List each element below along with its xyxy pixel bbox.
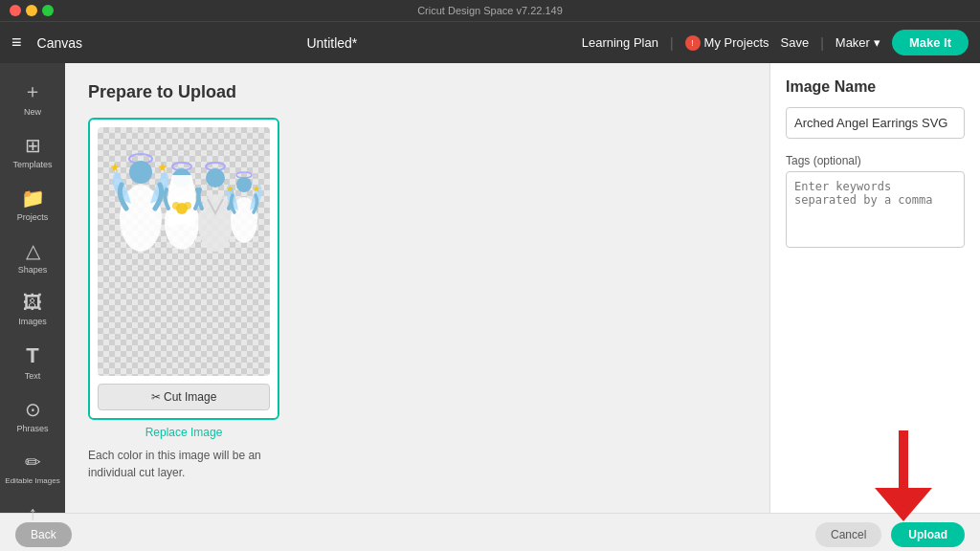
svg-point-15: [236, 177, 252, 192]
make-it-button[interactable]: Make It: [892, 30, 969, 55]
my-projects-button[interactable]: ! My Projects: [685, 35, 769, 51]
sidebar-label-phrases: Phrases: [16, 424, 48, 433]
sidebar-item-new[interactable]: ＋ New: [0, 71, 65, 124]
sidebar-item-images[interactable]: 🖼 Images: [0, 284, 65, 334]
sidebar-item-editable-images[interactable]: ✏ Editable Images: [0, 443, 65, 493]
image-name-input[interactable]: [786, 107, 965, 139]
sidebar-item-text[interactable]: T Text: [0, 336, 65, 388]
sidebar-label-text: Text: [25, 371, 41, 381]
document-title: Untitled*: [98, 35, 567, 51]
upload-preview-area: ✂ Cut Image Replace Image Each color in …: [88, 118, 746, 481]
maximize-button[interactable]: [42, 5, 54, 16]
svg-point-1: [129, 161, 152, 184]
sidebar-label-shapes: Shapes: [18, 265, 48, 275]
angels-svg: [102, 132, 265, 371]
projects-icon: 📁: [21, 187, 45, 209]
svg-point-13: [198, 194, 233, 252]
images-icon: 🖼: [23, 292, 42, 314]
sidebar: ＋ New ⊞ Templates 📁 Projects △ Shapes 🖼 …: [0, 63, 65, 513]
svg-point-10: [184, 202, 191, 209]
main-layout: ＋ New ⊞ Templates 📁 Projects △ Shapes 🖼 …: [0, 63, 980, 513]
image-preview-container: ✂ Cut Image: [88, 118, 279, 420]
nav-right: Learning Plan | ! My Projects Save | Mak…: [582, 30, 969, 55]
right-panel: Image Name Tags (optional): [769, 63, 980, 513]
svg-point-12: [206, 168, 225, 187]
phrases-icon: ⊙: [25, 398, 41, 421]
new-icon: ＋: [23, 78, 42, 104]
text-icon: T: [26, 343, 38, 368]
back-button[interactable]: Back: [15, 522, 72, 547]
sidebar-label-images: Images: [18, 317, 47, 326]
content-area: Prepare to Upload: [65, 63, 769, 513]
image-description: Each color in this image will be an indi…: [88, 447, 279, 481]
notification-badge: !: [685, 35, 701, 51]
svg-point-9: [172, 202, 180, 209]
upload-button[interactable]: Upload: [891, 522, 965, 547]
tags-label: Tags (optional): [786, 154, 965, 167]
sidebar-label-projects: Projects: [17, 212, 49, 222]
sidebar-item-phrases[interactable]: ⊙ Phrases: [0, 390, 65, 441]
panel-title: Image Name: [786, 78, 965, 96]
save-button[interactable]: Save: [781, 35, 810, 50]
sidebar-label-templates: Templates: [12, 160, 52, 169]
sidebar-item-projects[interactable]: 📁 Projects: [0, 179, 65, 230]
my-projects-label: My Projects: [704, 35, 769, 50]
chevron-down-icon: ▾: [874, 35, 880, 50]
sidebar-label-editable-images: Editable Images: [5, 476, 59, 485]
close-button[interactable]: [10, 5, 21, 16]
cancel-button[interactable]: Cancel: [815, 522, 881, 547]
maker-label: Maker: [835, 35, 870, 50]
nav-bar: ≡ Canvas Untitled* Learning Plan | ! My …: [0, 21, 980, 63]
svg-marker-4: [158, 163, 167, 172]
canvas-label: Canvas: [37, 35, 82, 51]
shapes-icon: △: [26, 239, 40, 262]
image-name-field: [786, 107, 965, 139]
menu-icon[interactable]: ≡: [11, 33, 22, 53]
tags-input[interactable]: [786, 171, 965, 248]
title-bar: Cricut Design Space v7.22.149: [0, 0, 980, 21]
cut-image-button[interactable]: ✂ Cut Image: [98, 384, 270, 410]
sidebar-label-new: New: [24, 107, 41, 117]
replace-image-link[interactable]: Replace Image: [88, 426, 279, 439]
learning-plan-link[interactable]: Learning Plan: [582, 35, 658, 50]
bottom-right-buttons: Cancel Upload: [815, 522, 965, 547]
image-preview-card: ✂ Cut Image Replace Image Each color in …: [88, 118, 279, 481]
sidebar-item-monogram[interactable]: M Monogram: [0, 546, 65, 551]
svg-marker-3: [110, 163, 120, 172]
sidebar-item-shapes[interactable]: △ Shapes: [0, 231, 65, 282]
page-title: Prepare to Upload: [88, 82, 746, 102]
traffic-lights: [10, 5, 54, 16]
checkerboard-background: [98, 127, 270, 376]
maker-dropdown[interactable]: Maker ▾: [835, 35, 880, 50]
sidebar-item-templates[interactable]: ⊞ Templates: [0, 126, 65, 177]
upload-icon: ↑: [28, 502, 37, 524]
minimize-button[interactable]: [26, 5, 37, 16]
templates-icon: ⊞: [25, 134, 41, 157]
app-title: Cricut Design Space v7.22.149: [417, 5, 563, 16]
bottom-bar: Back Cancel Upload: [0, 513, 980, 551]
tags-field: Tags (optional): [786, 154, 965, 252]
editable-images-icon: ✏: [25, 451, 41, 474]
